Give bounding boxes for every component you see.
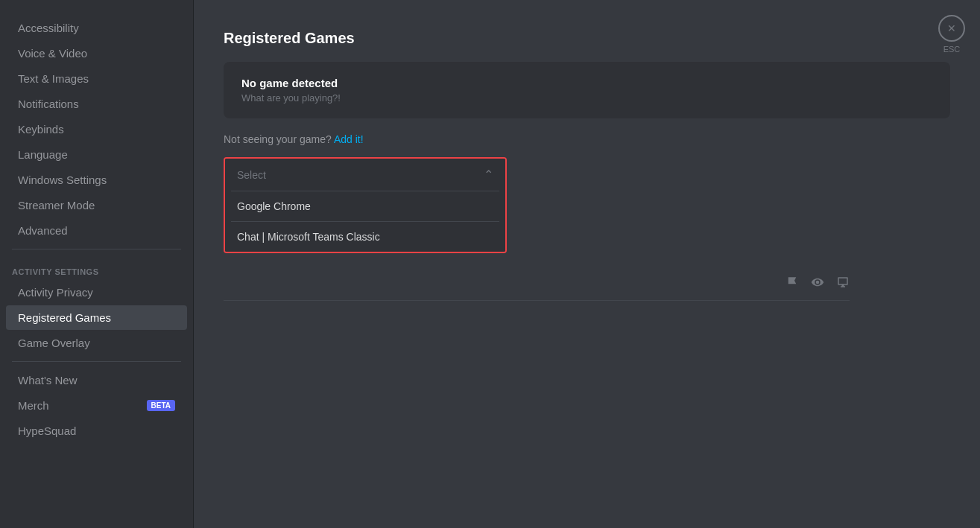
sidebar-item-activity-privacy[interactable]: Activity Privacy xyxy=(6,280,187,305)
flag-icon[interactable] xyxy=(785,276,799,293)
page-title: Registered Games xyxy=(224,30,950,47)
activity-settings-section-label: ACTIVITY SETTINGS xyxy=(0,255,193,279)
esc-button[interactable]: ✕ ESC xyxy=(938,15,965,54)
sidebar-item-label: Windows Settings xyxy=(18,174,107,186)
sidebar-item-label: Activity Privacy xyxy=(18,286,93,299)
dropdown-header[interactable]: Select ⌃ xyxy=(225,159,505,191)
sidebar-item-voice-video[interactable]: Voice & Video xyxy=(6,41,187,66)
not-seeing-text: Not seeing your game? xyxy=(224,133,332,145)
dropdown-option-label: Google Chrome xyxy=(237,200,311,212)
sidebar-item-game-overlay[interactable]: Game Overlay xyxy=(6,331,187,355)
game-select-dropdown[interactable]: Select ⌃ Google Chrome Chat | Microsoft … xyxy=(224,157,507,253)
sidebar-item-label: Advanced xyxy=(18,224,68,237)
sidebar-item-advanced[interactable]: Advanced xyxy=(6,218,187,243)
sidebar-item-windows-settings[interactable]: Windows Settings xyxy=(6,168,187,192)
close-icon[interactable]: ✕ xyxy=(938,15,965,42)
monitor-icon[interactable] xyxy=(836,276,850,293)
sidebar-item-language[interactable]: Language xyxy=(6,142,187,167)
dropdown-option-label: Chat | Microsoft Teams Classic xyxy=(237,231,380,243)
sidebar-divider-1 xyxy=(12,249,181,249)
sidebar-divider-2 xyxy=(12,361,181,362)
sidebar-item-notifications[interactable]: Notifications xyxy=(6,92,187,116)
esc-label: ESC xyxy=(943,45,961,54)
dropdown-option-ms-teams[interactable]: Chat | Microsoft Teams Classic xyxy=(225,222,505,252)
sidebar-item-keybinds[interactable]: Keybinds xyxy=(6,117,187,141)
eye-icon[interactable] xyxy=(811,276,824,293)
sidebar-item-whats-new[interactable]: What's New xyxy=(6,368,187,392)
merch-beta-badge: BETA xyxy=(147,400,175,411)
sidebar-item-label: Keybinds xyxy=(18,123,64,136)
sidebar-item-label: What's New xyxy=(18,374,78,387)
add-game-text: Not seeing your game? Add it! xyxy=(224,133,950,145)
sidebar-item-accessibility[interactable]: Accessibility xyxy=(6,16,187,40)
sidebar-item-label: Registered Games xyxy=(18,311,111,324)
sidebar-item-merch[interactable]: Merch BETA xyxy=(6,393,187,418)
sidebar-item-text-images[interactable]: Text & Images xyxy=(6,66,187,91)
dropdown-option-google-chrome[interactable]: Google Chrome xyxy=(225,191,505,221)
sidebar-item-label: Voice & Video xyxy=(18,47,87,60)
main-content: ✕ ESC Registered Games No game detected … xyxy=(194,0,980,528)
sidebar-item-label: Game Overlay xyxy=(18,337,90,349)
sidebar-item-label: Text & Images xyxy=(18,72,89,85)
dropdown-placeholder: Select xyxy=(237,169,266,181)
sidebar-item-label: HypeSquad xyxy=(18,424,76,437)
game-row xyxy=(224,268,850,301)
sidebar-item-label: Merch xyxy=(18,399,49,412)
no-game-title: No game detected xyxy=(241,77,932,89)
sidebar-item-hypesquad[interactable]: HypeSquad xyxy=(6,419,187,443)
sidebar-item-label: Language xyxy=(18,148,68,161)
sidebar-item-label: Accessibility xyxy=(18,22,79,34)
no-game-card: No game detected What are you playing?! xyxy=(224,62,950,118)
sidebar-item-label: Streamer Mode xyxy=(18,199,95,211)
add-it-link[interactable]: Add it! xyxy=(334,133,364,145)
sidebar-item-streamer-mode[interactable]: Streamer Mode xyxy=(6,193,187,217)
chevron-up-icon: ⌃ xyxy=(484,168,493,182)
sidebar-item-registered-games[interactable]: Registered Games xyxy=(6,305,187,330)
sidebar: Accessibility Voice & Video Text & Image… xyxy=(0,0,194,528)
sidebar-item-label: Notifications xyxy=(18,98,79,110)
no-game-subtitle: What are you playing?! xyxy=(241,92,932,104)
